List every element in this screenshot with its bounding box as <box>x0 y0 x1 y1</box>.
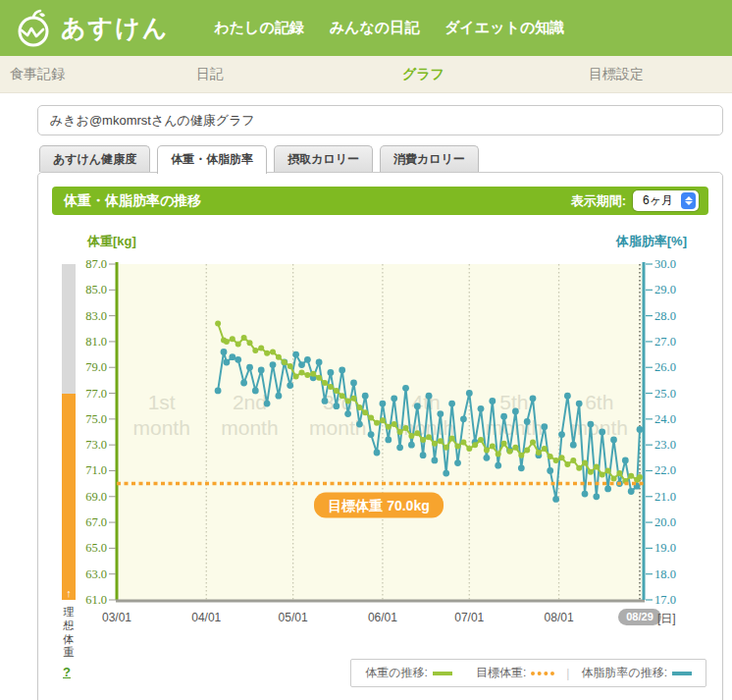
svg-text:30.0: 30.0 <box>654 257 676 271</box>
svg-text:79.0: 79.0 <box>85 360 107 374</box>
svg-text:08/29: 08/29 <box>626 611 654 622</box>
svg-text:1st: 1st <box>148 391 176 413</box>
svg-text:07/01: 07/01 <box>454 611 484 624</box>
brand-link[interactable]: あすけん <box>14 8 169 49</box>
svg-text:22.0: 22.0 <box>654 463 676 477</box>
section-header: 体重・体脂肪率の推移 表示期間: 6ヶ月 <box>52 187 708 215</box>
apple-logo-icon <box>14 8 53 49</box>
tab-burned-calories[interactable]: 消費カロリー <box>380 145 479 172</box>
svg-text:month: month <box>132 416 189 439</box>
svg-text:87.0: 87.0 <box>85 257 107 271</box>
svg-text:03/01: 03/01 <box>102 611 131 624</box>
svg-text:25.0: 25.0 <box>654 387 676 401</box>
svg-text:19.0: 19.0 <box>654 541 676 555</box>
subnav-goal-settings[interactable]: 目標設定 <box>589 66 644 83</box>
legend-bodyfat-swatch-icon <box>672 672 692 675</box>
svg-text:18.0: 18.0 <box>654 567 676 581</box>
section-title: 体重・体脂肪率の推移 <box>64 192 201 210</box>
period-control: 表示期間: 6ヶ月 <box>571 190 699 211</box>
top-nav: わたしの記録 みんなの日記 ダイエットの知識 <box>214 19 564 37</box>
svg-text:61.0: 61.0 <box>85 593 107 607</box>
trend-chart: 1stmonth2ndmonth3rdmonth4thmonth5thmonth… <box>52 252 710 643</box>
svg-text:63.0: 63.0 <box>85 567 107 581</box>
svg-text:06/01: 06/01 <box>368 611 397 624</box>
svg-text:2nd: 2nd <box>233 391 267 413</box>
svg-text:24.0: 24.0 <box>654 412 676 426</box>
svg-text:29.0: 29.0 <box>654 283 676 296</box>
nav-everyones-diary[interactable]: みんなの日記 <box>330 19 419 37</box>
right-axis-title: 体脂肪率[%] <box>616 233 687 250</box>
svg-text:[日]: [日] <box>657 612 676 625</box>
graph-tabs: あすけん健康度 体重・体脂肪率 摂取カロリー 消費カロリー <box>39 145 732 172</box>
svg-text:目標体重 70.0kg: 目標体重 70.0kg <box>328 498 429 513</box>
svg-text:20.0: 20.0 <box>654 515 676 529</box>
tab-weight-bodyfat[interactable]: 体重・体脂肪率 <box>157 145 267 174</box>
legend-target-swatch-icon <box>531 672 554 675</box>
page-title: みきお@mkomrstさんの健康グラフ <box>37 105 723 135</box>
chart-legend: 体重の推移: 目標体重: | 体脂肪率の推移: <box>350 659 706 687</box>
subnav-meal-record[interactable]: 食事記録 <box>10 66 65 83</box>
tab-health-score[interactable]: あすけん健康度 <box>39 145 150 172</box>
svg-text:69.0: 69.0 <box>85 490 107 504</box>
svg-text:81.0: 81.0 <box>85 335 107 349</box>
period-select-value: 6ヶ月 <box>643 192 673 209</box>
period-select[interactable]: 6ヶ月 <box>633 190 699 211</box>
svg-text:08/01: 08/01 <box>545 611 574 624</box>
sub-nav: 食事記録 日記 グラフ 目標設定 <box>0 56 732 93</box>
nav-my-records[interactable]: わたしの記録 <box>214 19 303 37</box>
svg-text:85.0: 85.0 <box>85 283 107 296</box>
svg-text:month: month <box>309 416 366 439</box>
subnav-graph[interactable]: グラフ <box>402 66 444 83</box>
chart-area: 体重[kg] 体脂肪率[%] ↑ 理想体重 ? 1stmonth2ndmonth… <box>52 231 708 700</box>
svg-text:05/01: 05/01 <box>279 611 308 624</box>
svg-text:77.0: 77.0 <box>85 387 107 401</box>
svg-text:27.0: 27.0 <box>654 335 676 349</box>
svg-text:26.0: 26.0 <box>654 360 676 374</box>
svg-text:month: month <box>221 416 278 439</box>
subnav-diary[interactable]: 日記 <box>196 66 224 83</box>
nav-diet-knowledge[interactable]: ダイエットの知識 <box>444 19 564 37</box>
select-stepper-icon <box>681 192 696 209</box>
svg-text:21.0: 21.0 <box>654 490 676 504</box>
svg-text:73.0: 73.0 <box>85 438 107 452</box>
svg-text:04/01: 04/01 <box>191 611 221 624</box>
tab-intake-calories[interactable]: 摂取カロリー <box>274 145 373 172</box>
app-header: あすけん わたしの記録 みんなの日記 ダイエットの知識 <box>0 0 732 56</box>
legend-weight-swatch-icon <box>433 672 452 675</box>
period-label: 表示期間: <box>571 192 626 210</box>
svg-text:17.0: 17.0 <box>654 593 676 607</box>
svg-text:71.0: 71.0 <box>85 463 107 477</box>
svg-text:67.0: 67.0 <box>85 515 107 529</box>
ideal-weight-help-link[interactable]: ? <box>63 665 71 679</box>
svg-text:65.0: 65.0 <box>85 541 107 555</box>
svg-text:23.0: 23.0 <box>654 438 676 452</box>
legend-bodyfat: 体脂肪率の推移: <box>581 665 692 681</box>
legend-weight: 体重の推移: <box>365 665 452 681</box>
legend-separator: | <box>566 667 569 680</box>
legend-target: 目標体重: <box>476 665 554 681</box>
svg-text:28.0: 28.0 <box>654 309 676 323</box>
brand-name: あすけん <box>61 12 169 44</box>
svg-text:83.0: 83.0 <box>85 309 107 323</box>
graph-panel: 体重・体脂肪率の推移 表示期間: 6ヶ月 体重[kg] 体脂肪率[%] ↑ 理想… <box>37 172 723 700</box>
left-axis-title: 体重[kg] <box>87 233 136 250</box>
svg-text:6th: 6th <box>585 391 613 413</box>
svg-text:75.0: 75.0 <box>85 412 107 426</box>
